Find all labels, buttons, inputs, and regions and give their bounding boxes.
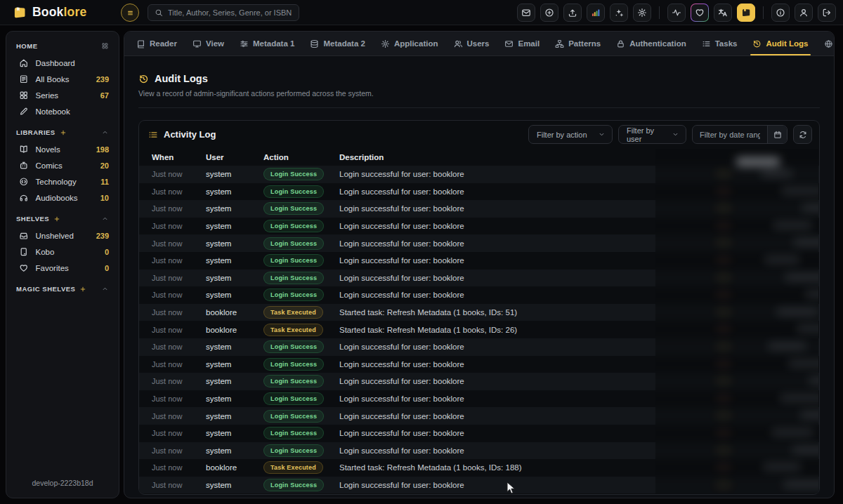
table-row[interactable]: Just nowsystemLogin SuccessLogin success… [139,166,819,183]
filter-user-select[interactable]: Filter by user [618,125,686,144]
cell-user: booklore [206,326,263,334]
sidebar-item-comics[interactable]: Comics20 [13,157,112,173]
column-header-description: Description [339,153,819,161]
table-row[interactable]: Just nowsystemLogin SuccessLogin success… [139,477,819,494]
cell-action: Login Success [263,358,339,371]
monitor-icon [192,39,202,48]
table-row[interactable]: Just nowsystemLogin SuccessLogin success… [139,252,819,270]
table-row[interactable]: Just nowsystemLogin SuccessLogin success… [139,183,819,201]
cell-user: system [206,204,263,213]
table-row[interactable]: Just nowsystemLogin SuccessLogin success… [139,270,819,287]
list-icon [148,130,158,140]
activity-button[interactable] [667,4,686,22]
cell-description: Login successful for user: booklore [339,239,819,248]
tab-authentication[interactable]: Authentication [608,32,694,55]
table-row[interactable]: Just nowsystemLogin SuccessLogin success… [139,373,819,390]
date-range-input[interactable] [693,131,767,139]
booklore-home-button[interactable] [737,4,755,22]
table-row[interactable]: Just nowsystemLogin SuccessLogin success… [139,234,819,252]
sidebar-item-label: Series [36,91,93,100]
add-icon [60,129,67,136]
table-row[interactable]: Just nowsystemLogin SuccessLogin success… [139,338,819,356]
logout-button[interactable] [818,4,836,22]
tech-icon [19,177,29,187]
divider [138,107,820,108]
sidebar-item-kobo[interactable]: Kobo0 [13,244,112,260]
table-row[interactable]: Just nowbookloreTask ExecutedStarted tas… [139,304,819,321]
table-row[interactable]: Just nowsystemLogin SuccessLogin success… [139,200,819,218]
item-count: 10 [100,194,109,202]
cell-description: Login successful for user: booklore [339,360,819,369]
section-header[interactable]: MAGIC SHELVES [16,285,109,293]
tab-email[interactable]: Email [497,32,547,55]
cell-when: Just now [152,412,206,420]
sidebar-item-novels[interactable]: Novels198 [13,141,112,157]
table-row[interactable]: Just nowbookloreTask ExecutedStarted tas… [139,321,819,338]
settings-button[interactable] [633,4,651,22]
plus-circle-icon [544,8,554,18]
cell-description: Login successful for user: booklore [339,481,819,489]
sidebar-item-technology[interactable]: Technology11 [13,173,112,190]
about-button[interactable] [771,4,790,22]
cell-action: Login Success [263,254,339,267]
tab-application[interactable]: Application [373,32,446,55]
activity-log-card: Activity Log Filter by action Filter by … [138,120,820,495]
tab-metadata-1[interactable]: Metadata 1 [232,32,302,55]
sidebar-item-favorites[interactable]: Favorites0 [13,260,112,276]
statistics-button[interactable] [587,4,605,22]
search-bar[interactable] [148,4,299,21]
sidebar-item-series[interactable]: Series67 [13,87,112,103]
calendar-button[interactable] [767,126,787,143]
user-icon [799,8,809,18]
page-title: Audit Logs [155,73,208,84]
cell-when: Just now [152,291,206,299]
action-badge: Task Executed [263,324,323,336]
table-row[interactable]: Just nowsystemLogin SuccessLogin success… [139,407,819,425]
add-book-button[interactable] [540,4,558,22]
upload-button[interactable] [563,4,582,22]
action-badge: Login Success [263,202,324,215]
cell-description: Login successful for user: booklore [339,274,819,282]
mail-inbox-button[interactable] [517,4,535,22]
sidebar-item-dashboard[interactable]: Dashboard [13,55,112,71]
table-row[interactable]: Just nowsystemLogin SuccessLogin success… [139,425,819,442]
cell-action: Login Success [263,168,339,180]
magic-button[interactable] [610,4,628,22]
tab-audit-logs[interactable]: Audit Logs [745,32,816,55]
sidebar-toggle-button[interactable] [121,4,139,22]
action-badge: Login Success [263,375,324,387]
table-row[interactable]: Just nowsystemLogin SuccessLogin success… [139,390,819,408]
tab-users[interactable]: Users [446,32,497,55]
favorites-button[interactable] [691,4,709,22]
sidebar-item-all-books[interactable]: All Books239 [13,71,112,87]
section-header[interactable]: HOME [16,42,109,50]
open-book-icon [19,145,29,154]
section-header[interactable]: SHELVES [16,215,109,223]
table-row[interactable]: Just nowsystemLogin SuccessLogin success… [139,356,819,373]
table-row[interactable]: Just nowbookloreTask ExecutedStarted tas… [139,459,819,477]
cell-action: Login Success [263,289,339,301]
filter-action-select[interactable]: Filter by action [528,125,613,144]
sidebar-item-unshelved[interactable]: Unshelved239 [13,227,112,244]
tab-metadata-2[interactable]: Metadata 2 [302,32,372,55]
tab-label: Application [394,39,438,48]
sidebar-item-notebook[interactable]: Notebook [13,103,112,119]
section-header[interactable]: LIBRARIES [16,128,109,136]
tab-reader[interactable]: Reader [129,32,185,55]
cell-description: Login successful for user: booklore [339,256,819,265]
tab-tasks[interactable]: Tasks [694,32,745,55]
refresh-button[interactable] [793,125,812,144]
tab-view[interactable]: View [185,32,232,55]
search-input[interactable] [168,8,292,17]
table-row[interactable]: Just nowsystemLogin SuccessLogin success… [139,442,819,460]
tab-opds[interactable]: OPDS [816,32,835,55]
sidebar-item-audiobooks[interactable]: Audiobooks10 [13,190,112,206]
app-logo[interactable]: Booklore [13,5,86,20]
tab-patterns[interactable]: Patterns [547,32,608,55]
table-row[interactable]: Just nowsystemLogin SuccessLogin success… [139,218,819,235]
account-button[interactable] [795,4,813,22]
cell-user: system [206,239,263,248]
info-icon [776,8,785,18]
translate-button[interactable] [714,4,732,22]
table-row[interactable]: Just nowsystemLogin SuccessLogin success… [139,286,819,304]
